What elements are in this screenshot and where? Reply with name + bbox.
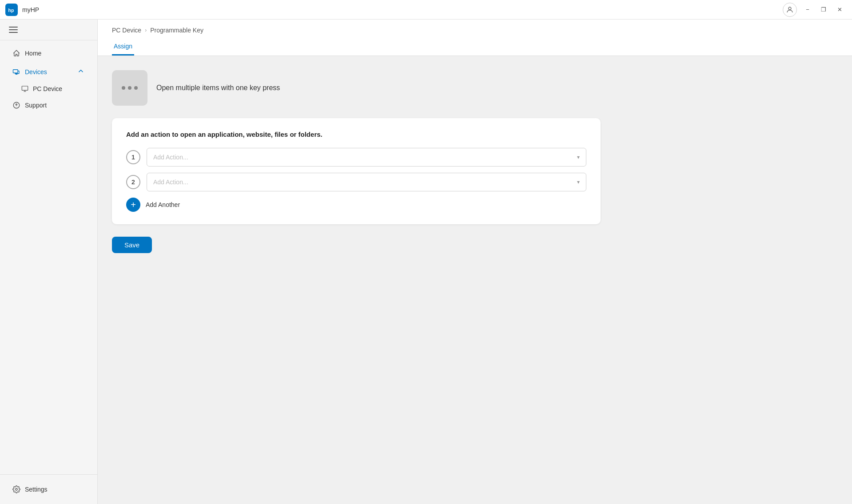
action-dropdown-1[interactable]: Add Action... ▾ bbox=[147, 148, 586, 167]
app-title: myHP bbox=[22, 6, 39, 13]
devices-icon bbox=[12, 68, 20, 76]
titlebar-left: hp myHP bbox=[5, 4, 39, 16]
sidebar-top bbox=[0, 20, 97, 40]
close-button[interactable]: ✕ bbox=[832, 3, 847, 17]
svg-rect-3 bbox=[22, 86, 28, 90]
titlebar: hp myHP − ❐ ✕ bbox=[0, 0, 852, 20]
svg-point-1 bbox=[788, 7, 791, 10]
app-body: Home Devices bbox=[0, 20, 852, 504]
breadcrumb: PC Device › Programmable Key bbox=[112, 27, 838, 34]
key-preview-icon bbox=[112, 70, 147, 106]
action-dropdown-2[interactable]: Add Action... ▾ bbox=[147, 173, 586, 191]
key-dots bbox=[122, 86, 138, 90]
sidebar-item-devices[interactable]: Devices bbox=[4, 63, 94, 81]
step-circle-2: 2 bbox=[126, 175, 140, 189]
minimize-button[interactable]: − bbox=[800, 3, 815, 17]
page-body: Open multiple items with one key press A… bbox=[98, 56, 852, 504]
sidebar-item-support[interactable]: Support bbox=[4, 97, 94, 114]
content-header: PC Device › Programmable Key Assign bbox=[98, 20, 852, 56]
restore-button[interactable]: ❐ bbox=[816, 3, 831, 17]
add-another-label: Add Another bbox=[146, 201, 180, 208]
breadcrumb-item-0[interactable]: PC Device bbox=[112, 27, 141, 34]
key-dot-1 bbox=[122, 86, 125, 90]
hamburger-line-2 bbox=[9, 29, 18, 30]
dropdown-chevron-1: ▾ bbox=[577, 154, 580, 160]
support-label: Support bbox=[25, 102, 47, 109]
app-logo: hp bbox=[5, 4, 18, 16]
action-row-2: 2 Add Action... ▾ bbox=[126, 173, 586, 191]
sidebar: Home Devices bbox=[0, 20, 98, 504]
key-description: Open multiple items with one key press bbox=[156, 84, 280, 92]
svg-text:hp: hp bbox=[8, 7, 14, 12]
add-another-button[interactable]: + bbox=[126, 198, 140, 212]
home-icon bbox=[12, 49, 20, 57]
tab-assign[interactable]: Assign bbox=[112, 39, 134, 56]
sidebar-item-settings[interactable]: Settings bbox=[4, 481, 94, 498]
hamburger-line-3 bbox=[9, 32, 18, 33]
dropdown-chevron-2: ▾ bbox=[577, 179, 580, 185]
hp-logo-icon: hp bbox=[8, 6, 16, 14]
user-avatar[interactable] bbox=[783, 3, 797, 17]
key-dot-2 bbox=[128, 86, 131, 90]
sidebar-item-pc-device[interactable]: PC Device bbox=[21, 82, 97, 96]
action-placeholder-1: Add Action... bbox=[153, 154, 188, 161]
sidebar-sub-devices: PC Device bbox=[0, 82, 97, 96]
key-dot-3 bbox=[134, 86, 138, 90]
sidebar-bottom: Settings bbox=[0, 474, 97, 504]
action-card: Add an action to open an application, we… bbox=[112, 118, 601, 224]
titlebar-right: − ❐ ✕ bbox=[783, 3, 847, 17]
monitor-icon bbox=[21, 85, 28, 92]
devices-label: Devices bbox=[25, 68, 47, 75]
action-card-title: Add an action to open an application, we… bbox=[126, 131, 586, 138]
action-row-1: 1 Add Action... ▾ bbox=[126, 148, 586, 167]
pc-device-label: PC Device bbox=[33, 85, 62, 92]
settings-icon bbox=[12, 485, 20, 493]
home-label: Home bbox=[25, 50, 41, 57]
support-icon bbox=[12, 101, 20, 109]
action-placeholder-2: Add Action... bbox=[153, 179, 188, 186]
key-preview-section: Open multiple items with one key press bbox=[112, 70, 838, 106]
sidebar-nav: Home Devices bbox=[0, 40, 97, 474]
settings-label: Settings bbox=[25, 486, 48, 493]
tabs: Assign bbox=[112, 39, 838, 56]
sidebar-item-home[interactable]: Home bbox=[4, 45, 94, 62]
breadcrumb-separator: › bbox=[145, 27, 147, 33]
main-content: PC Device › Programmable Key Assign O bbox=[98, 20, 852, 504]
add-another-row[interactable]: + Add Another bbox=[126, 198, 586, 212]
step-circle-1: 1 bbox=[126, 150, 140, 164]
save-button[interactable]: Save bbox=[112, 237, 152, 253]
svg-rect-2 bbox=[13, 69, 18, 73]
breadcrumb-item-1: Programmable Key bbox=[150, 27, 203, 34]
hamburger-line-1 bbox=[9, 27, 18, 28]
window-controls: − ❐ ✕ bbox=[800, 3, 847, 17]
devices-expand-icon bbox=[77, 67, 85, 76]
svg-point-5 bbox=[16, 488, 18, 491]
hamburger-button[interactable] bbox=[7, 25, 20, 35]
